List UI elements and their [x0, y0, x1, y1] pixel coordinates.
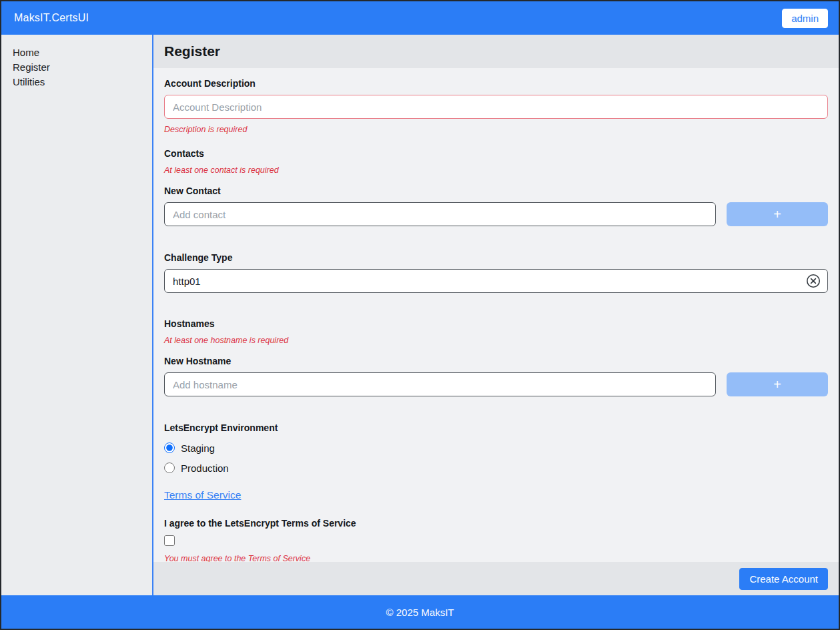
environment-label: LetsEncrypt Environment	[164, 423, 828, 433]
page-footer: © 2025 MaksIT	[1, 595, 839, 629]
new-hostname-row: +	[164, 372, 828, 396]
plus-icon: +	[773, 207, 781, 222]
challenge-type-label: Challenge Type	[164, 253, 828, 263]
account-description-input[interactable]	[164, 95, 828, 119]
challenge-type-input[interactable]	[164, 269, 828, 293]
hostnames-error: At least one hostname is required	[164, 336, 828, 346]
staging-radio[interactable]	[164, 442, 175, 453]
environment-option-staging: Staging	[164, 441, 828, 454]
plus-icon: +	[773, 377, 781, 392]
sidebar-item-home[interactable]: Home	[13, 45, 152, 60]
add-hostname-button[interactable]: +	[727, 372, 828, 396]
staging-radio-label[interactable]: Staging	[181, 442, 215, 454]
new-contact-row: +	[164, 202, 828, 226]
add-contact-button[interactable]: +	[727, 202, 828, 226]
new-hostname-label: New Hostname	[164, 356, 828, 366]
register-form: Account Description Description is requi…	[153, 68, 839, 562]
contacts-heading: Contacts	[164, 148, 828, 159]
account-description-error: Description is required	[164, 125, 828, 135]
register-card: Register Account Description Description…	[153, 35, 839, 595]
agree-tos-error: You must agree to the Terms of Service	[164, 554, 828, 562]
new-contact-label: New Contact	[164, 186, 828, 196]
sidebar-item-register[interactable]: Register	[13, 60, 152, 75]
contacts-error: At least one contact is required	[164, 166, 828, 176]
agree-tos-label: I agree to the LetsEncrypt Terms of Serv…	[164, 519, 828, 529]
app-brand: MaksIT.CertsUI	[14, 12, 89, 24]
circle-x-icon	[806, 274, 821, 288]
terms-of-service-link[interactable]: Terms of Service	[164, 489, 241, 501]
sidebar-item-utilities[interactable]: Utilities	[13, 75, 152, 89]
environment-option-production: Production	[164, 461, 828, 475]
hostnames-heading: Hostnames	[164, 318, 828, 329]
new-contact-input[interactable]	[164, 202, 716, 226]
form-footer: Create Account	[153, 562, 839, 595]
clear-selection-button[interactable]	[805, 273, 821, 289]
environment-radio-group: Staging Production	[164, 441, 828, 475]
page-title: Register	[164, 43, 220, 59]
app-window: MaksIT.CertsUI admin Home Register Utili…	[0, 0, 840, 630]
account-description-label: Account Description	[164, 79, 828, 89]
copyright-text: © 2025 MaksIT	[386, 607, 454, 618]
content-row: Home Register Utilities Register Account…	[1, 35, 839, 595]
agree-tos-checkbox[interactable]	[164, 535, 175, 546]
create-account-button[interactable]: Create Account	[739, 568, 828, 590]
new-hostname-input[interactable]	[164, 372, 716, 396]
page-header: Register	[153, 35, 839, 68]
challenge-type-combobox	[164, 269, 828, 293]
top-navbar: MaksIT.CertsUI admin	[1, 1, 839, 35]
sidebar-nav: Home Register Utilities	[1, 35, 153, 595]
admin-user-button[interactable]: admin	[782, 9, 828, 28]
production-radio[interactable]	[164, 462, 175, 473]
production-radio-label[interactable]: Production	[181, 462, 229, 474]
